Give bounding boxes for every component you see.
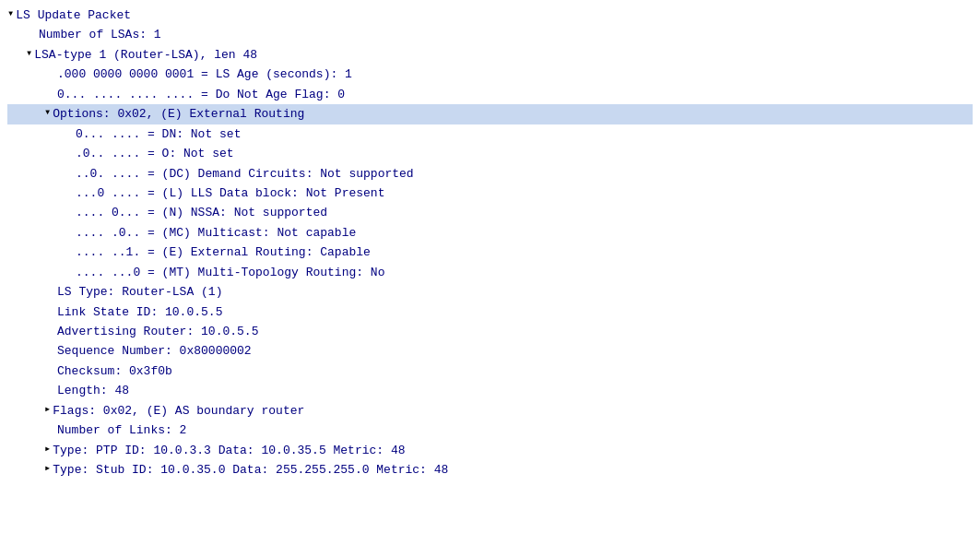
line-text-length: Length: 48 — [57, 381, 129, 400]
line-text-ls-type: LS Type: Router-LSA (1) — [57, 282, 222, 302]
tree-line-num-lsas: Number of LSAs: 1 — [7, 25, 973, 44]
line-text-type-stub: Type: Stub ID: 10.0.35.0 Data: 255.255.2… — [53, 460, 448, 480]
toggle-expand-ls-update[interactable] — [7, 6, 14, 24]
tree-line-options[interactable]: Options: 0x02, (E) External Routing — [7, 104, 973, 124]
tree-line-ls-age: .000 0000 0000 0001 = LS Age (seconds): … — [7, 65, 973, 84]
line-text-mc-multicast: .... .0.. = (MC) Multicast: Not capable — [76, 223, 356, 243]
line-text-ls-update: LS Update Packet — [16, 6, 131, 25]
tree-line-mc-multicast: .... .0.. = (MC) Multicast: Not capable — [7, 223, 973, 243]
tree-line-o-not-set: .0.. .... = O: Not set — [7, 144, 973, 163]
line-text-num-lsas: Number of LSAs: 1 — [39, 25, 161, 44]
line-text-e-external: .... ..1. = (E) External Routing: Capabl… — [76, 243, 371, 262]
tree-line-adv-router: Advertising Router: 10.0.5.5 — [7, 322, 973, 341]
tree-line-num-links: Number of Links: 2 — [7, 421, 973, 440]
tree-line-n-nssa: .... 0... = (N) NSSA: Not supported — [7, 203, 973, 222]
line-text-lsa-type: LSA-type 1 (Router-LSA), len 48 — [34, 45, 257, 65]
tree-line-flags[interactable]: Flags: 0x02, (E) AS boundary router — [7, 401, 973, 421]
tree-line-seq-num: Sequence Number: 0x80000002 — [7, 341, 973, 361]
tree-line-ls-update[interactable]: LS Update Packet — [7, 6, 973, 25]
tree-line-length: Length: 48 — [7, 381, 973, 400]
toggle-expand-lsa-type[interactable] — [26, 45, 32, 64]
toggle-collapse-type-stub[interactable] — [44, 460, 51, 479]
line-text-adv-router: Advertising Router: 10.0.5.5 — [57, 322, 258, 341]
line-text-num-links: Number of Links: 2 — [57, 421, 186, 440]
toggle-expand-options[interactable] — [44, 104, 51, 123]
line-text-seq-num: Sequence Number: 0x80000002 — [57, 341, 252, 361]
line-text-type-ptp: Type: PTP ID: 10.0.3.3 Data: 10.0.35.5 M… — [53, 441, 405, 460]
line-text-l-lls: ...0 .... = (L) LLS Data block: Not Pres… — [76, 184, 384, 203]
line-text-options: Options: 0x02, (E) External Routing — [53, 104, 304, 124]
line-text-do-not-age: 0... .... .... .... = Do Not Age Flag: 0 — [57, 85, 345, 104]
tree-line-dn-not-set: 0... .... = DN: Not set — [7, 124, 973, 144]
tree-line-type-stub[interactable]: Type: Stub ID: 10.0.35.0 Data: 255.255.2… — [7, 460, 973, 480]
tree-line-dc-demand: ..0. .... = (DC) Demand Circuits: Not su… — [7, 164, 973, 184]
line-text-flags: Flags: 0x02, (E) AS boundary router — [53, 401, 304, 421]
tree-line-checksum: Checksum: 0x3f0b — [7, 361, 973, 381]
tree-line-type-ptp[interactable]: Type: PTP ID: 10.0.3.3 Data: 10.0.35.5 M… — [7, 441, 973, 460]
tree-line-link-state-id: Link State ID: 10.0.5.5 — [7, 302, 973, 322]
toggle-collapse-type-ptp[interactable] — [44, 441, 51, 459]
tree-line-ls-type: LS Type: Router-LSA (1) — [7, 282, 973, 302]
tree-line-do-not-age: 0... .... .... .... = Do Not Age Flag: 0 — [7, 85, 973, 104]
tree-line-e-external: .... ..1. = (E) External Routing: Capabl… — [7, 243, 973, 262]
line-text-mt-topology: .... ...0 = (MT) Multi-Topology Routing:… — [76, 263, 384, 282]
line-text-ls-age: .000 0000 0000 0001 = LS Age (seconds): … — [57, 65, 352, 84]
tree-line-lsa-type[interactable]: LSA-type 1 (Router-LSA), len 48 — [7, 45, 973, 65]
line-text-o-not-set: .0.. .... = O: Not set — [76, 144, 234, 163]
line-text-link-state-id: Link State ID: 10.0.5.5 — [57, 302, 222, 322]
packet-tree: LS Update PacketNumber of LSAs: 1LSA-typ… — [0, 0, 980, 486]
toggle-collapse-flags[interactable] — [44, 401, 51, 420]
tree-line-l-lls: ...0 .... = (L) LLS Data block: Not Pres… — [7, 184, 973, 203]
line-text-dn-not-set: 0... .... = DN: Not set — [76, 124, 241, 144]
line-text-n-nssa: .... 0... = (N) NSSA: Not supported — [76, 203, 327, 222]
line-text-dc-demand: ..0. .... = (DC) Demand Circuits: Not su… — [76, 164, 414, 184]
line-text-checksum: Checksum: 0x3f0b — [57, 361, 172, 381]
tree-line-mt-topology: .... ...0 = (MT) Multi-Topology Routing:… — [7, 263, 973, 282]
